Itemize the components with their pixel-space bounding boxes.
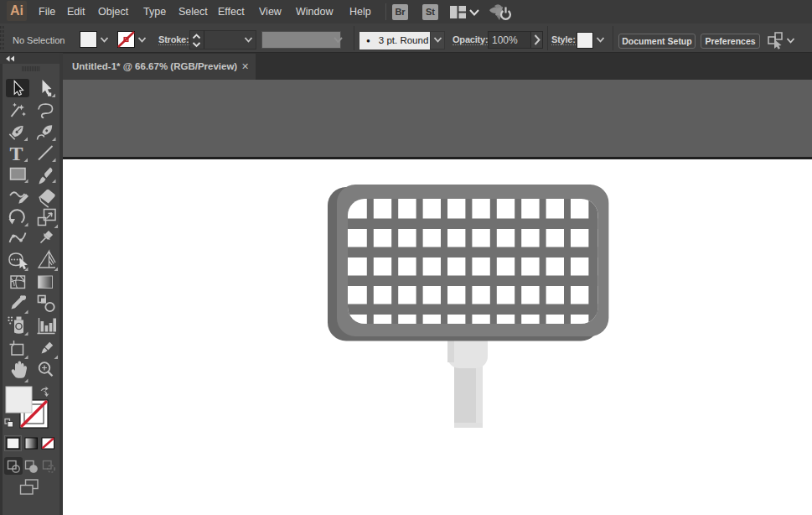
svg-text:T: T: [10, 143, 23, 164]
